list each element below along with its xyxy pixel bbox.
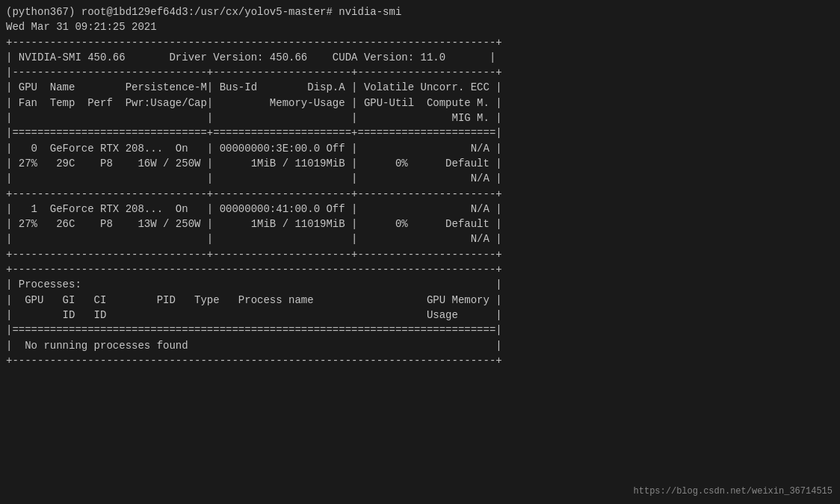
- output-line-8: | 27% 29C P8 16W / 250W | 1MiB / 11019Mi…: [6, 156, 834, 171]
- output-line-16: +---------------------------------------…: [6, 262, 834, 277]
- output-line-11: | 1 GeForce RTX 208... On | 00000000:41:…: [6, 202, 834, 217]
- output-line-12: | 27% 26C P8 13W / 250W | 1MiB / 11019Mi…: [6, 217, 834, 231]
- output-line-21: | No running processes found |: [6, 338, 834, 353]
- output-line-18: | GPU GI CI PID Type Process name GPU Me…: [6, 293, 834, 308]
- output-line-22: +---------------------------------------…: [6, 353, 834, 368]
- output-line-17: | Processes: |: [6, 277, 834, 292]
- output-line-7: | 0 GeForce RTX 208... On | 00000000:3E:…: [6, 141, 834, 156]
- output-line-14: +-------------------------------+-------…: [6, 247, 834, 262]
- terminal-window: (python367) root@1bd129ef64d3:/usr/cx/yo…: [0, 0, 840, 504]
- nvidia-smi-output: +---------------------------------------…: [6, 35, 834, 369]
- output-line-4: | Fan Temp Perf Pwr:Usage/Cap| Memory-Us…: [6, 96, 834, 111]
- output-line-19: | ID ID Usage |: [6, 308, 834, 323]
- output-line-0: +---------------------------------------…: [6, 35, 834, 50]
- output-line-6: |===============================+=======…: [6, 125, 834, 140]
- output-line-1: | NVIDIA-SMI 450.66 Driver Version: 450.…: [6, 50, 834, 65]
- output-line-9: | | | N/A |: [6, 171, 834, 186]
- output-line-5: | | | MIG M. |: [6, 111, 834, 125]
- watermark: https://blog.csdn.net/weixin_36714515: [634, 486, 833, 497]
- output-line-20: |=======================================…: [6, 323, 834, 337]
- output-line-2: |-------------------------------+-------…: [6, 65, 834, 80]
- prompt-line: (python367) root@1bd129ef64d3:/usr/cx/yo…: [6, 4, 834, 19]
- output-line-3: | GPU Name Persistence-M| Bus-Id Disp.A …: [6, 80, 834, 95]
- datetime-line: Wed Mar 31 09:21:25 2021: [6, 19, 834, 34]
- output-line-10: +-------------------------------+-------…: [6, 187, 834, 202]
- output-line-13: | | | N/A |: [6, 231, 834, 246]
